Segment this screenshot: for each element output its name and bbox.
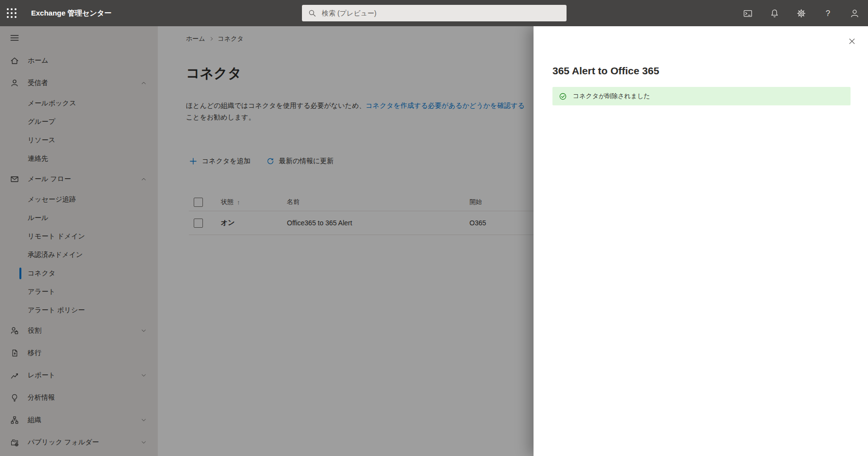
app-launcher-button[interactable] xyxy=(0,0,23,26)
connector-flyout-panel: 365 Alert to Office 365 コネクタが削除されました xyxy=(534,26,868,456)
close-panel-button[interactable] xyxy=(848,37,856,46)
app-title: Exchange 管理センター xyxy=(31,9,112,18)
gear-icon xyxy=(796,8,806,18)
help-button[interactable]: ? xyxy=(815,0,841,26)
panel-overlay[interactable] xyxy=(0,26,534,456)
panel-title: 365 Alert to Office 365 xyxy=(552,65,868,77)
success-message-bar: コネクタが削除されました xyxy=(552,87,851,105)
bell-icon xyxy=(769,8,780,18)
help-icon: ? xyxy=(823,8,833,18)
account-button[interactable] xyxy=(841,0,868,26)
search-box[interactable] xyxy=(302,5,567,21)
account-icon xyxy=(850,8,860,18)
search-icon xyxy=(308,9,317,17)
svg-text:?: ? xyxy=(826,8,830,17)
close-icon xyxy=(848,37,856,46)
success-check-icon xyxy=(559,92,567,101)
topbar-actions: ? xyxy=(734,0,868,26)
top-bar: Exchange 管理センター ? xyxy=(0,0,868,26)
notifications-button[interactable] xyxy=(761,0,788,26)
terminal-icon xyxy=(743,8,753,18)
search-input[interactable] xyxy=(321,9,561,17)
waffle-icon xyxy=(7,8,17,18)
settings-button[interactable] xyxy=(788,0,815,26)
cloud-shell-button[interactable] xyxy=(734,0,761,26)
success-message-text: コネクタが削除されました xyxy=(573,92,650,101)
